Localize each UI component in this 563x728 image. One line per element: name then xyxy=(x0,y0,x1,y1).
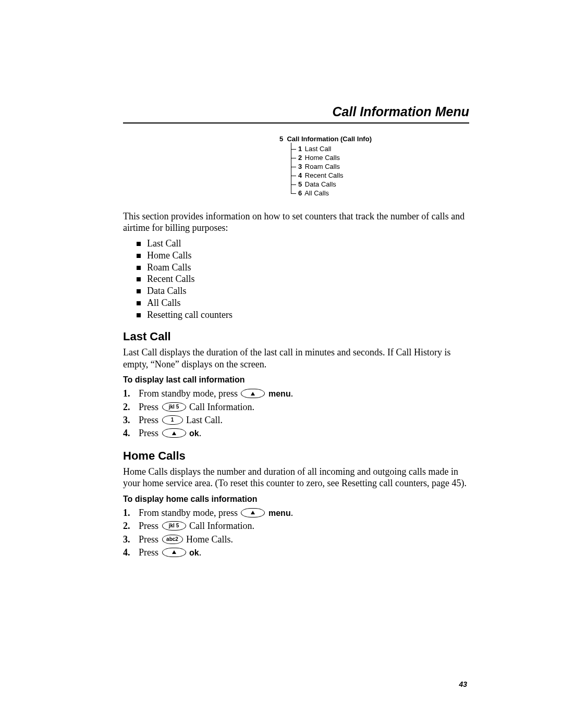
page-title-block: Call Information Menu xyxy=(123,104,469,124)
page-number: 43 xyxy=(459,680,467,688)
step-text-pre: Press xyxy=(139,534,161,545)
menu-item-num: 6 xyxy=(298,189,302,197)
last-call-paragraph: Last Call displays the duration of the l… xyxy=(123,347,469,370)
manual-page: Call Information Menu 5 Call Information… xyxy=(0,0,563,728)
nav-up-key-icon xyxy=(162,548,186,557)
menu-tree-item: 6 All Calls xyxy=(291,189,469,198)
step-text-bold: menu xyxy=(268,509,291,517)
nav-up-key-icon xyxy=(162,428,186,438)
step-text-pre: From standby mode, press xyxy=(139,508,240,518)
menu-item-label: Recent Calls xyxy=(305,171,344,179)
step-text-pre: Press xyxy=(139,428,161,438)
svg-marker-2 xyxy=(251,511,255,514)
step-text-pre: Press xyxy=(139,521,161,531)
list-item: Last Call xyxy=(137,238,469,250)
jkl5-key-icon: jkl 5 xyxy=(162,521,186,530)
svg-marker-3 xyxy=(172,550,176,554)
menu-item-label: Last Call xyxy=(305,145,332,153)
step-item: 1. From standby mode, press menu. xyxy=(123,388,469,401)
step-text-post: . xyxy=(291,508,293,518)
menu-item-num: 5 xyxy=(298,180,302,188)
step-text-bold: ok xyxy=(189,548,199,557)
step-text-bold: ok xyxy=(189,429,199,438)
section-heading-home-calls: Home Calls xyxy=(123,449,469,463)
menu-tree-item: 2 Home Calls xyxy=(291,154,469,163)
jkl5-key-icon: jkl 5 xyxy=(162,402,186,412)
step-item: 3. Press 1 Last Call. xyxy=(123,414,469,427)
svg-marker-1 xyxy=(172,431,176,435)
list-item: Home Calls xyxy=(137,250,469,262)
nav-up-key-icon xyxy=(241,389,265,398)
step-number: 3. xyxy=(123,534,130,546)
menu-item-label: All Calls xyxy=(304,189,329,197)
step-text-bold: menu xyxy=(268,389,291,398)
step-item: 4. Press ok. xyxy=(123,547,469,560)
home-calls-subhead: To display home calls information xyxy=(123,495,469,504)
step-text-post: . xyxy=(291,388,293,399)
svg-marker-0 xyxy=(251,392,255,396)
step-number: 4. xyxy=(123,427,130,439)
menu-item-num: 3 xyxy=(298,163,302,170)
abc2-key-icon: abc2 xyxy=(162,535,183,544)
list-item: Resetting call counters xyxy=(137,310,469,322)
step-text-pre: Press xyxy=(139,415,161,425)
menu-item-label: Home Calls xyxy=(305,154,340,162)
menu-tree-header-num: 5 xyxy=(279,135,283,143)
step-number: 1. xyxy=(123,388,130,400)
menu-tree-item: 3 Roam Calls xyxy=(291,163,469,171)
menu-tree: 5 Call Information (Call Info) 1 Last Ca… xyxy=(279,135,469,198)
step-text-pre: From standby mode, press xyxy=(139,388,240,399)
step-text-pre: Press xyxy=(139,402,161,412)
step-text-post: Last Call. xyxy=(186,415,223,425)
step-text-pre: Press xyxy=(139,547,161,558)
step-item: 3. Press abc2 Home Calls. xyxy=(123,534,469,547)
menu-item-num: 1 xyxy=(298,145,302,153)
intro-bullet-list: Last Call Home Calls Roam Calls Recent C… xyxy=(137,238,469,322)
menu-tree-items: 1 Last Call 2 Home Calls 3 Roam Calls 4 … xyxy=(291,143,469,198)
list-item: All Calls xyxy=(137,298,469,310)
menu-item-num: 2 xyxy=(298,154,302,162)
section-heading-last-call: Last Call xyxy=(123,330,469,343)
step-item: 1. From standby mode, press menu. xyxy=(123,507,469,520)
step-number: 1. xyxy=(123,507,130,519)
menu-tree-item: 1 Last Call xyxy=(291,145,469,154)
step-number: 4. xyxy=(123,547,130,559)
last-call-steps: 1. From standby mode, press menu. 2. Pre… xyxy=(123,388,469,441)
step-text-post: Call Information. xyxy=(189,521,254,531)
step-text-post: . xyxy=(199,428,202,438)
step-item: 2. Press jkl 5 Call Information. xyxy=(123,520,469,533)
step-item: 2. Press jkl 5 Call Information. xyxy=(123,401,469,414)
menu-item-label: Data Calls xyxy=(305,180,336,188)
menu-tree-item: 4 Recent Calls xyxy=(291,171,469,180)
home-calls-paragraph: Home Calls displays the number and durat… xyxy=(123,466,469,489)
step-text-post: Home Calls. xyxy=(186,534,233,545)
menu-tree-header: 5 Call Information (Call Info) xyxy=(279,135,469,143)
menu-item-num: 4 xyxy=(298,171,302,179)
one-key-icon: 1 xyxy=(162,415,183,425)
step-number: 3. xyxy=(123,414,130,426)
intro-paragraph: This section provides information on how… xyxy=(123,211,469,234)
step-number: 2. xyxy=(123,520,130,532)
list-item: Roam Calls xyxy=(137,262,469,274)
list-item: Recent Calls xyxy=(137,274,469,286)
page-title: Call Information Menu xyxy=(333,104,470,119)
step-text-post: Call Information. xyxy=(189,402,254,412)
menu-item-label: Roam Calls xyxy=(305,163,340,170)
last-call-subhead: To display last call information xyxy=(123,375,469,385)
home-calls-steps: 1. From standby mode, press menu. 2. Pre… xyxy=(123,507,469,560)
menu-tree-item: 5 Data Calls xyxy=(291,180,469,189)
list-item: Data Calls xyxy=(137,286,469,298)
step-item: 4. Press ok. xyxy=(123,427,469,440)
nav-up-key-icon xyxy=(241,508,265,517)
step-text-post: . xyxy=(199,547,202,558)
menu-tree-header-label: Call Information (Call Info) xyxy=(287,135,372,143)
step-number: 2. xyxy=(123,401,130,413)
